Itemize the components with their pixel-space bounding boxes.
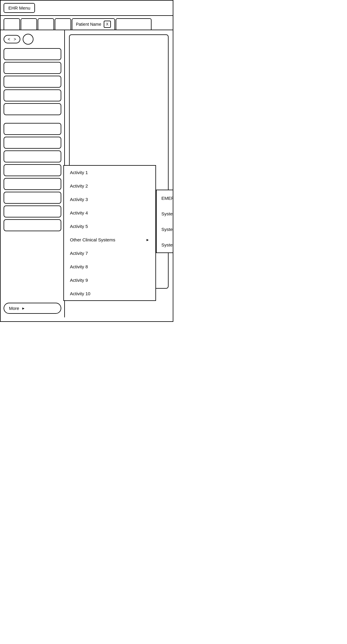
nav-controls: < > (4, 34, 61, 45)
nav-circle-button[interactable] (23, 34, 33, 45)
tab-3[interactable] (38, 18, 54, 30)
submenu-item-system4-label: System 4 (161, 242, 173, 247)
header: EHR Menu (1, 1, 173, 16)
sidebar-item-13[interactable] (4, 219, 61, 231)
more-arrow-icon: ► (22, 306, 25, 310)
dropdown-item-9-label: Activity 9 (70, 278, 88, 283)
dropdown-item-5-label: Activity 5 (70, 224, 88, 229)
nav-back-forward-button[interactable]: < > (4, 35, 20, 43)
sidebar-item-2[interactable] (4, 62, 61, 74)
sidebar: < > More ► Activity 1 (1, 30, 65, 317)
forward-label: > (14, 37, 16, 42)
sidebar-item-9[interactable] (4, 164, 61, 176)
tab-extra[interactable] (116, 18, 152, 30)
dropdown-item-other-clinical[interactable]: Other Clinical Systems ► (64, 233, 155, 246)
sidebar-item-7[interactable] (4, 137, 61, 149)
dropdown-item-7-label: Activity 7 (70, 251, 88, 256)
dropdown-item-3[interactable]: Activity 3 (64, 193, 155, 206)
back-label: < (8, 37, 10, 42)
dropdown-item-3-label: Activity 3 (70, 197, 88, 202)
more-button[interactable]: More ► (4, 303, 61, 314)
tab-2[interactable] (21, 18, 37, 30)
tab-bar: Patient Name X (1, 16, 173, 30)
dropdown-item-5[interactable]: Activity 5 (64, 220, 155, 233)
more-label: More (9, 306, 19, 311)
dropdown-item-10-label: Activity 10 (70, 291, 90, 296)
activity-dropdown: Activity 1 Activity 2 Activity 3 Activit… (63, 165, 156, 301)
sidebar-item-4[interactable] (4, 89, 61, 101)
dropdown-item-10[interactable]: Activity 10 (64, 287, 155, 300)
tab-1[interactable] (4, 18, 20, 30)
dropdown-item-2-label: Activity 2 (70, 183, 88, 188)
dropdown-item-other-clinical-label: Other Clinical Systems (70, 237, 115, 242)
sidebar-item-8[interactable] (4, 150, 61, 162)
dropdown-item-8-label: Activity 8 (70, 264, 88, 269)
other-clinical-submenu: EMERSE ☆ System 2 ☆ System 3 ☆ System 4 … (156, 190, 173, 253)
sidebar-item-3[interactable] (4, 76, 61, 88)
tab-4[interactable] (55, 18, 71, 30)
patient-tab-label: Patient Name (76, 22, 101, 27)
sidebar-item-6[interactable] (4, 123, 61, 135)
dropdown-item-4[interactable]: Activity 4 (64, 206, 155, 220)
sidebar-gap (4, 117, 61, 123)
submenu-item-emerse-label: EMERSE (161, 196, 173, 201)
main-area: < > More ► Activity 1 (1, 30, 173, 317)
sidebar-item-10[interactable] (4, 178, 61, 190)
submenu-item-system4[interactable]: System 4 ☆ (157, 237, 173, 252)
sidebar-item-12[interactable] (4, 205, 61, 217)
dropdown-item-1-label: Activity 1 (70, 170, 88, 175)
dropdown-item-9[interactable]: Activity 9 (64, 273, 155, 287)
submenu-item-emerse[interactable]: EMERSE ☆ (157, 190, 173, 206)
dropdown-item-1[interactable]: Activity 1 (64, 166, 155, 179)
submenu-item-system3[interactable]: System 3 ☆ (157, 221, 173, 237)
dropdown-item-8[interactable]: Activity 8 (64, 260, 155, 273)
ehr-menu-button[interactable]: EHR Menu (4, 3, 35, 13)
submenu-arrow-icon: ► (146, 238, 149, 242)
dropdown-item-7[interactable]: Activity 7 (64, 246, 155, 260)
tab-patient[interactable]: Patient Name X (72, 18, 115, 30)
close-tab-button[interactable]: X (104, 21, 111, 28)
submenu-item-system3-label: System 3 (161, 227, 173, 232)
dropdown-item-2[interactable]: Activity 2 (64, 179, 155, 193)
sidebar-item-5[interactable] (4, 103, 61, 115)
dropdown-item-4-label: Activity 4 (70, 210, 88, 215)
submenu-item-system2[interactable]: System 2 ☆ (157, 206, 173, 221)
sidebar-item-11[interactable] (4, 192, 61, 204)
sidebar-item-1[interactable] (4, 48, 61, 60)
submenu-item-system2-label: System 2 (161, 211, 173, 216)
